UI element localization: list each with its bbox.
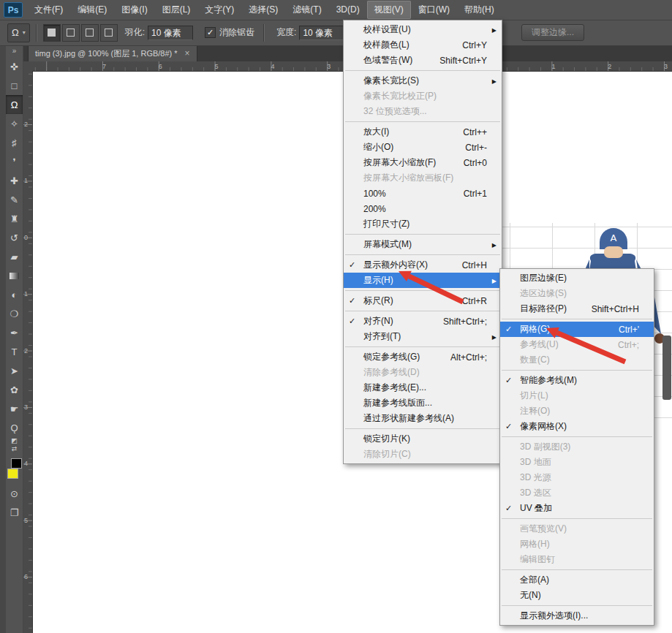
menubar-item-2[interactable]: 编辑(E) — [70, 1, 114, 19]
photoshop-window: Ps 文件(F)编辑(E)图像(I)图层(L)文字(Y)选择(S)滤镜(T)3D… — [0, 0, 672, 633]
antialias-checkbox[interactable]: ✓ — [205, 27, 216, 38]
show-submenu-item-9[interactable]: ✓智能参考线(M) — [500, 373, 654, 388]
dodge-tool-icon: ❍ — [10, 308, 19, 319]
show-submenu-label: 3D 选区 — [520, 487, 551, 499]
menubar-item-8[interactable]: 3D(D) — [329, 1, 367, 19]
subtract-from-selection-button[interactable] — [81, 24, 99, 42]
view-menu-item-13[interactable]: 100%Ctrl+1 — [344, 186, 502, 201]
view-menu-item-33[interactable]: 锁定切片(K) — [344, 431, 502, 447]
clone-stamp-tool[interactable]: ♜ — [6, 209, 23, 228]
show-submenu-item-18[interactable]: ✓UV 叠加 — [500, 501, 654, 516]
view-menu-item-5[interactable]: 像素长宽比(S)▶ — [344, 73, 502, 88]
view-menu-label: 100% — [363, 189, 386, 199]
show-submenu-item-27[interactable]: 显示额外选项(I)... — [500, 608, 654, 623]
view-menu-item-17[interactable]: 屏幕模式(M)▶ — [344, 237, 502, 252]
intersect-selection-button[interactable] — [100, 24, 118, 42]
view-menu-item-22[interactable]: ✓标尺(R)Ctrl+R — [344, 293, 502, 308]
background-color-swatch[interactable] — [7, 469, 18, 479]
show-submenu-item-3[interactable]: 目标路径(P)Shift+Ctrl+H — [500, 301, 654, 316]
view-menu-item-19[interactable]: ✓显示额外内容(X)Ctrl+H — [344, 257, 502, 273]
eraser-tool[interactable]: ▰ — [6, 247, 23, 266]
view-menu-item-12: 按屏幕大小缩放画板(F) — [344, 170, 502, 186]
options-separator — [263, 24, 265, 42]
shortcut-label: Ctrl+' — [619, 325, 639, 335]
document-tab[interactable]: timg (3).jpg @ 100% (图层 1, RGB/8#) * × — [28, 45, 197, 61]
view-menu-item-9[interactable]: 放大(I)Ctrl++ — [344, 124, 502, 140]
show-submenu-item-5[interactable]: ✓网格(G)Ctrl+' — [500, 322, 654, 337]
view-menu-item-14[interactable]: 200% — [344, 201, 502, 216]
dodge-tool[interactable]: ❍ — [6, 304, 23, 323]
rectangular-marquee-tool-icon: □ — [12, 80, 18, 91]
view-menu-item-24[interactable]: ✓对齐(N)Shift+Ctrl+; — [344, 314, 502, 329]
crop-tool[interactable]: ♯ — [6, 133, 23, 152]
view-menu-item-20[interactable]: 显示(H)▶ — [344, 273, 502, 288]
view-menu-label: 锁定参考线(G) — [363, 351, 420, 363]
add-to-selection-button[interactable] — [62, 24, 80, 42]
view-menu-item-10[interactable]: 缩小(O)Ctrl+- — [344, 140, 502, 155]
menubar-item-6[interactable]: 选择(S) — [241, 1, 285, 19]
brush-tool[interactable]: ✎ — [6, 190, 23, 209]
menubar-item-1[interactable]: 文件(F) — [27, 1, 70, 19]
menubar-item-5[interactable]: 文字(Y) — [197, 1, 241, 19]
hand-tool[interactable]: ☛ — [6, 399, 23, 418]
collapse-panel-icon[interactable]: » — [6, 45, 23, 57]
pen-tool-icon: ✒ — [10, 327, 18, 338]
type-tool[interactable]: T — [6, 342, 23, 361]
tool-preset-dropdown[interactable]: Ω ▾ — [7, 23, 30, 42]
path-selection-tool[interactable]: ➤ — [6, 361, 23, 380]
spot-healing-brush-tool[interactable]: ✚ — [6, 171, 23, 190]
checkmark-icon: ✓ — [500, 422, 520, 431]
menubar-item-4[interactable]: 图层(L) — [155, 1, 198, 19]
history-brush-tool[interactable]: ↺ — [6, 228, 23, 247]
menubar-item-9[interactable]: 视图(V) — [367, 1, 411, 19]
eyedropper-tool[interactable]: ❜ — [6, 152, 23, 171]
rectangular-marquee-tool[interactable]: □ — [6, 76, 23, 95]
show-submenu-item-20: 画笔预览(V) — [500, 521, 654, 537]
show-submenu-item-12[interactable]: ✓像素网格(X) — [500, 419, 654, 434]
custom-shape-tool[interactable]: ✿ — [6, 380, 23, 399]
foreground-color-swatch[interactable] — [11, 458, 22, 469]
view-menu-item-15[interactable]: 打印尺寸(Z) — [344, 216, 502, 232]
view-menu-item-29[interactable]: 新建参考线(E)... — [344, 380, 502, 395]
view-menu-label: 按屏幕大小缩放(F) — [363, 156, 436, 169]
zoom-tool[interactable]: Ǫ — [6, 418, 23, 437]
width-input[interactable]: 10 像素 — [299, 26, 344, 40]
show-submenu-item-1[interactable]: 图层边缘(E) — [500, 270, 654, 286]
menubar-item-3[interactable]: 图像(I) — [114, 1, 154, 19]
view-menu-item-25[interactable]: 对齐到(T)▶ — [344, 329, 502, 344]
show-submenu: 图层边缘(E)选区边缘(S)目标路径(P)Shift+Ctrl+H✓网格(G)C… — [499, 268, 654, 626]
quick-mask-button[interactable]: ⊙ — [6, 484, 23, 503]
swap-colors-icon[interactable]: ⇄ — [6, 445, 23, 453]
default-colors-icon[interactable]: ◩ — [6, 437, 23, 445]
view-menu-label: 清除切片(C) — [363, 448, 411, 460]
view-menu-item-2[interactable]: 校样颜色(L)Ctrl+Y — [344, 37, 502, 53]
lasso-tool[interactable]: Ω — [6, 95, 23, 114]
screen-mode-button[interactable]: ❐ — [6, 503, 23, 522]
view-menu-item-31[interactable]: 通过形状新建参考线(A) — [344, 411, 502, 426]
menubar-item-7[interactable]: 滤镜(T) — [285, 1, 328, 19]
ruler-number: 5 — [24, 517, 28, 524]
ruler-number: 1 — [551, 63, 555, 70]
svg-text:A: A — [611, 232, 617, 243]
feather-input[interactable]: 10 像素 — [148, 26, 193, 40]
new-selection-button[interactable] — [43, 24, 61, 42]
blur-tool[interactable]: ◐ — [6, 285, 23, 304]
show-submenu-item-25[interactable]: 无(N) — [500, 588, 654, 603]
show-submenu-item-24[interactable]: 全部(A) — [500, 572, 654, 588]
close-tab-icon[interactable]: × — [185, 48, 190, 58]
menubar-item-11[interactable]: 帮助(H) — [457, 1, 502, 19]
refine-edge-button[interactable]: 调整边缘... — [521, 24, 584, 41]
move-tool[interactable]: ✜ — [6, 57, 23, 76]
view-menu-item-30[interactable]: 新建参考线版面... — [344, 395, 502, 411]
view-menu-item-27[interactable]: 锁定参考线(G)Alt+Ctrl+; — [344, 349, 502, 365]
quick-selection-tool[interactable]: ✧ — [6, 114, 23, 133]
view-menu-item-3[interactable]: 色域警告(W)Shift+Ctrl+Y — [344, 53, 502, 68]
pen-tool[interactable]: ✒ — [6, 323, 23, 342]
submenu-arrow-icon: ▶ — [492, 277, 497, 284]
view-menu-item-11[interactable]: 按屏幕大小缩放(F)Ctrl+0 — [344, 155, 502, 170]
vertical-scrollbar-thumb[interactable] — [662, 336, 671, 400]
menubar-item-10[interactable]: 窗口(W) — [411, 1, 457, 19]
shortcut-label: Ctrl+; — [618, 340, 639, 350]
view-menu-item-1[interactable]: 校样设置(U)▶ — [344, 22, 502, 37]
gradient-tool[interactable] — [6, 266, 23, 285]
